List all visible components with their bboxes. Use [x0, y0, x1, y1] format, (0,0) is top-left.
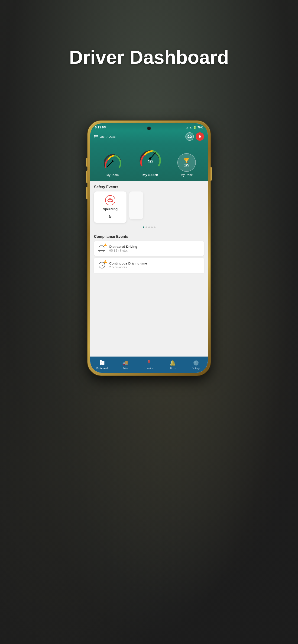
nav-location[interactable]: 📍 Location — [143, 360, 155, 370]
speeding-value: 5 — [103, 213, 118, 219]
vehicle-icon — [187, 135, 192, 138]
date-filter-label: Last 7 Days — [100, 135, 116, 138]
dot-3 — [148, 226, 150, 228]
header-actions — [185, 132, 204, 141]
svg-point-20 — [98, 250, 100, 252]
svg-point-10 — [112, 160, 114, 162]
svg-line-9 — [107, 161, 113, 167]
continuous-driving-detail: 2 occurrences — [109, 266, 201, 269]
svg-point-6 — [190, 137, 191, 138]
next-card-peek — [129, 192, 143, 219]
dot-1 — [143, 226, 144, 228]
continuous-driving-item[interactable]: ! Continuous Driving time 2 occurrences — [94, 258, 204, 272]
continuous-driving-icon: ! — [97, 260, 107, 270]
record-button[interactable] — [196, 132, 204, 141]
nav-location-label: Location — [145, 367, 153, 370]
alerts-icon: 🔔 — [169, 360, 176, 366]
location-icon: 📍 — [146, 360, 152, 366]
my-score-item: 10 My Score — [137, 146, 163, 177]
continuous-driving-name: Continuous Driving time — [109, 262, 201, 265]
volume-up-button — [86, 158, 88, 167]
camera-button — [86, 186, 88, 199]
distracted-driving-name: Distracted Driving — [109, 245, 201, 248]
wifi-icon: ▲ — [186, 126, 188, 129]
my-rank-item: 🏆 1/5 My Rank — [177, 153, 196, 177]
svg-rect-0 — [94, 136, 98, 138]
dot-5 — [154, 226, 155, 228]
compliance-events-title: Compliance Events — [90, 231, 208, 241]
my-score-gauge: 10 — [137, 146, 163, 171]
volume-down-button — [86, 170, 88, 183]
compliance-list: ! Distracted Driving 0% | 2 minutes — [90, 241, 208, 272]
bottom-nav: Dashboard 🚚 Trips 📍 Location 🔔 Alerts — [90, 356, 208, 373]
camera-notch — [147, 126, 151, 130]
my-rank-value: 1/5 — [184, 163, 189, 168]
svg-rect-27 — [100, 360, 102, 362]
speeding-name: Speeding — [103, 207, 117, 211]
my-rank-circle: 🏆 1/5 — [177, 153, 196, 172]
svg-rect-26 — [102, 361, 104, 365]
power-button — [210, 167, 212, 181]
svg-line-11 — [150, 153, 155, 158]
svg-point-16 — [111, 201, 112, 202]
phone-screen: 5:13 PM ▲ ▲ 🔋 70% — [90, 123, 208, 373]
page-title: Driver Dashboard — [69, 46, 229, 68]
nav-trips[interactable]: 🚚 Trips — [120, 360, 131, 370]
safety-events-cards: Speeding 5 — [90, 192, 208, 226]
score-area: My Team — [90, 144, 208, 181]
status-time: 5:13 PM — [95, 126, 106, 129]
header-bar: Last 7 Days — [90, 130, 208, 144]
speeding-card[interactable]: Speeding 5 — [94, 192, 127, 223]
svg-text:10: 10 — [148, 159, 153, 164]
my-team-label: My Team — [107, 173, 119, 177]
nav-dashboard[interactable]: Dashboard — [96, 360, 108, 370]
nav-alerts-label: Alerts — [169, 367, 175, 370]
nav-settings-label: Settings — [192, 367, 200, 370]
distracted-driving-text: Distracted Driving 0% | 2 minutes — [109, 245, 201, 252]
continuous-driving-text: Continuous Driving time 2 occurrences — [109, 262, 201, 269]
dashboard-icon — [100, 360, 105, 366]
my-rank-label: My Rank — [181, 173, 192, 177]
distracted-driving-item[interactable]: ! Distracted Driving 0% | 2 minutes — [94, 241, 204, 256]
my-score-label: My Score — [143, 173, 158, 177]
nav-trips-label: Trips — [123, 367, 128, 370]
battery-icon: 🔋 — [193, 126, 197, 129]
distracted-driving-icon: ! — [97, 244, 107, 253]
status-icons: ▲ ▲ 🔋 70% — [186, 126, 203, 129]
calendar-icon — [94, 135, 98, 138]
signal-icon: ▲ — [189, 126, 192, 129]
my-team-score: My Team — [102, 151, 123, 177]
nav-alerts[interactable]: 🔔 Alerts — [167, 360, 178, 370]
vehicle-button[interactable] — [185, 132, 194, 141]
svg-point-15 — [108, 201, 110, 202]
my-team-gauge — [102, 151, 123, 172]
svg-rect-25 — [100, 362, 102, 365]
svg-point-8 — [199, 136, 201, 138]
carousel-dots — [90, 226, 208, 231]
record-icon — [198, 135, 201, 138]
dot-2 — [146, 226, 147, 228]
svg-line-24 — [102, 265, 103, 266]
speeding-car-icon — [107, 198, 113, 202]
speeding-icon — [105, 195, 115, 206]
nav-dashboard-label: Dashboard — [96, 367, 108, 370]
svg-point-7 — [189, 135, 190, 136]
trips-icon: 🚚 — [122, 360, 129, 366]
nav-settings[interactable]: ⚙️ Settings — [190, 360, 202, 370]
dot-4 — [151, 226, 153, 228]
phone-mockup: 5:13 PM ▲ ▲ 🔋 70% — [88, 120, 210, 376]
trophy-icon: 🏆 — [184, 158, 190, 163]
svg-point-5 — [188, 137, 189, 138]
settings-icon: ⚙️ — [193, 360, 199, 366]
svg-point-21 — [103, 250, 104, 252]
main-content: Safety Events — [90, 181, 208, 373]
date-filter[interactable]: Last 7 Days — [94, 135, 116, 138]
safety-events-title: Safety Events — [90, 181, 208, 192]
distracted-driving-detail: 0% | 2 minutes — [109, 249, 201, 252]
battery-percent: 70% — [197, 126, 203, 129]
